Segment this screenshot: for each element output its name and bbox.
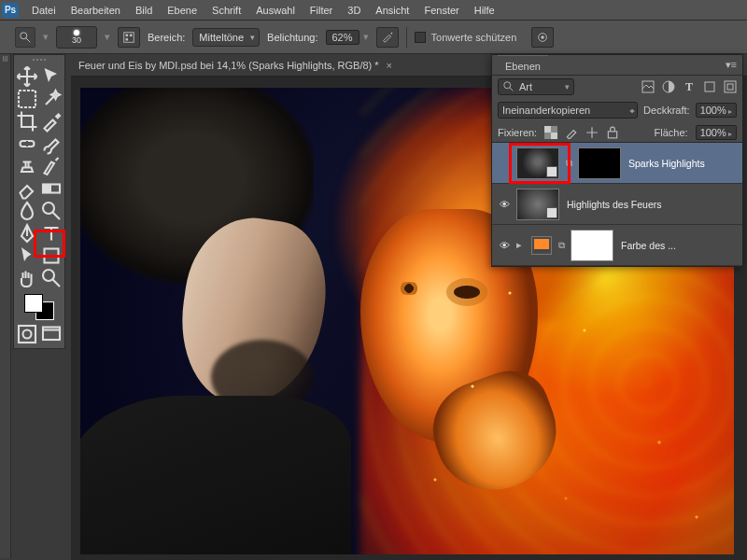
layer-row[interactable]: 👁 ▸ ⧉ Farbe des ... xyxy=(492,225,742,266)
svg-rect-22 xyxy=(725,81,736,92)
app-logo: Ps xyxy=(2,3,19,18)
airbrush-toggle[interactable] xyxy=(376,27,399,48)
brush-tool[interactable] xyxy=(40,133,63,154)
protect-tones-label: Tonwerte schützen xyxy=(431,32,517,43)
filter-type-icon[interactable]: T xyxy=(683,80,696,93)
visibility-toggle[interactable]: 👁 xyxy=(496,240,513,251)
layer-mask-thumbnail[interactable] xyxy=(578,147,621,179)
eyedropper-tool[interactable] xyxy=(40,111,63,132)
layers-list: ⧉ Sparks Highlights 👁 Highlights des Feu… xyxy=(492,143,742,266)
healing-brush-tool[interactable] xyxy=(16,133,38,154)
svg-point-16 xyxy=(23,330,32,339)
pressure-toggle[interactable] xyxy=(531,27,554,48)
active-tool-icon[interactable] xyxy=(15,27,35,48)
opacity-label: Deckkraft: xyxy=(643,105,690,116)
pen-tool[interactable] xyxy=(16,223,38,244)
tab-layers[interactable]: Ebenen xyxy=(498,55,548,76)
layer-row[interactable]: 👁 Highlights des Feuers xyxy=(492,184,742,225)
svg-point-0 xyxy=(21,32,27,38)
eraser-tool[interactable] xyxy=(16,178,38,199)
range-select[interactable]: Mitteltöne xyxy=(192,28,260,47)
menu-3d[interactable]: 3D xyxy=(340,0,368,21)
range-label: Bereich: xyxy=(148,32,185,43)
lock-pixels-icon[interactable] xyxy=(565,126,578,139)
layer-filter-kind[interactable]: Art xyxy=(498,78,574,95)
zoom-tool[interactable] xyxy=(40,268,63,288)
quick-mask-toggle[interactable] xyxy=(16,324,38,344)
layer-thumbnail[interactable] xyxy=(516,189,559,220)
move-tool[interactable] xyxy=(16,66,38,87)
layer-name[interactable]: Highlights des Feuers xyxy=(567,199,662,210)
collapsed-panel-strip[interactable] xyxy=(0,54,11,558)
menu-help[interactable]: Hilfe xyxy=(467,0,502,21)
brush-preset-picker[interactable]: 30 xyxy=(56,26,97,49)
history-brush-tool[interactable] xyxy=(40,156,63,176)
blend-mode-select[interactable]: Ineinanderkopieren xyxy=(498,102,638,119)
layer-mask-thumbnail[interactable] xyxy=(571,230,613,261)
menu-type[interactable]: Schrift xyxy=(204,0,248,21)
exposure-label: Belichtung: xyxy=(267,32,317,43)
filter-shape-icon[interactable] xyxy=(703,80,716,93)
layer-name[interactable]: Farbe des ... xyxy=(621,240,676,251)
link-icon[interactable]: ⧉ xyxy=(563,158,574,169)
layer-row[interactable]: ⧉ Sparks Highlights xyxy=(492,143,742,184)
blur-tool[interactable] xyxy=(16,201,38,221)
gradient-tool[interactable] xyxy=(40,178,63,199)
panel-tabs: Ebenen ▾≡ xyxy=(492,55,742,76)
adjustment-icon[interactable] xyxy=(531,236,552,255)
menu-window[interactable]: Fenster xyxy=(416,0,466,21)
svg-rect-25 xyxy=(544,126,551,133)
svg-point-14 xyxy=(43,270,54,281)
layer-thumbnail[interactable] xyxy=(516,147,559,179)
path-selection-tool[interactable] xyxy=(16,245,38,266)
menu-layer[interactable]: Ebene xyxy=(160,0,204,21)
svg-rect-26 xyxy=(551,133,557,139)
clone-stamp-tool[interactable] xyxy=(16,156,38,176)
exposure-flyout-icon[interactable]: ▾ xyxy=(363,31,369,43)
lock-all-icon[interactable] xyxy=(606,126,619,139)
menu-view[interactable]: Ansicht xyxy=(368,0,416,21)
selection-tool[interactable] xyxy=(40,66,63,87)
magic-wand-tool[interactable] xyxy=(40,89,63,109)
layer-name[interactable]: Sparks Highlights xyxy=(628,158,705,169)
type-tool[interactable] xyxy=(40,223,63,244)
tools-panel xyxy=(13,54,65,349)
opacity-value[interactable]: 100% xyxy=(696,103,737,118)
marquee-tool[interactable] xyxy=(16,89,38,109)
menu-filter[interactable]: Filter xyxy=(303,0,340,21)
link-icon[interactable]: ⧉ xyxy=(556,240,567,251)
expand-icon[interactable]: ▸ xyxy=(516,239,528,251)
lock-position-icon[interactable] xyxy=(585,126,599,139)
protect-tones-checkbox[interactable]: Tonwerte schützen xyxy=(415,32,517,43)
filter-adjust-icon[interactable] xyxy=(662,80,675,93)
svg-rect-8 xyxy=(19,91,35,107)
lock-transparent-icon[interactable] xyxy=(544,126,557,139)
filter-pixel-icon[interactable] xyxy=(641,80,655,93)
menu-image[interactable]: Bild xyxy=(128,0,160,21)
menu-file[interactable]: Datei xyxy=(24,0,63,21)
color-swatches[interactable] xyxy=(24,294,54,320)
brush-size-value: 30 xyxy=(72,35,81,45)
svg-point-7 xyxy=(542,35,545,39)
svg-point-18 xyxy=(504,82,511,89)
brush-panel-toggle[interactable] xyxy=(118,27,140,48)
menu-edit[interactable]: Bearbeiten xyxy=(63,0,128,21)
svg-point-5 xyxy=(390,32,392,34)
visibility-toggle[interactable]: 👁 xyxy=(496,199,513,210)
svg-rect-11 xyxy=(43,185,51,193)
screen-mode-toggle[interactable] xyxy=(40,324,63,344)
fill-value[interactable]: 100% xyxy=(696,125,737,140)
filter-smart-icon[interactable] xyxy=(724,80,737,93)
svg-rect-3 xyxy=(130,34,133,36)
menu-select[interactable]: Auswahl xyxy=(248,0,303,21)
exposure-value[interactable]: 62% xyxy=(326,30,359,45)
crop-tool[interactable] xyxy=(16,111,38,132)
panel-menu-icon[interactable]: ▾≡ xyxy=(726,59,737,71)
hand-tool[interactable] xyxy=(16,268,38,288)
shape-tool[interactable] xyxy=(40,245,63,266)
menu-bar: Ps Datei Bearbeiten Bild Ebene Schrift A… xyxy=(0,0,747,21)
dodge-tool[interactable] xyxy=(40,201,63,221)
svg-rect-1 xyxy=(124,32,134,42)
svg-rect-23 xyxy=(727,84,733,90)
close-icon[interactable]: × xyxy=(387,60,392,71)
